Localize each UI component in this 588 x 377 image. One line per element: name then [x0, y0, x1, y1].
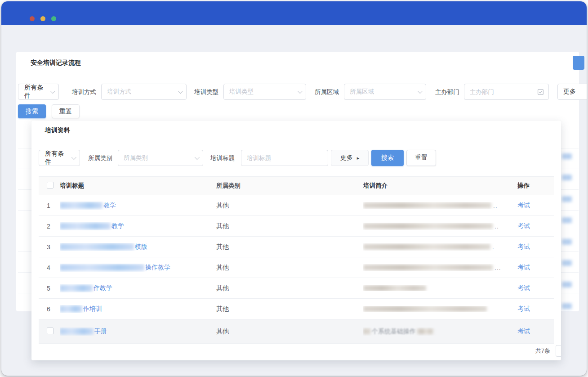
- search-button-outer[interactable]: 搜索: [18, 104, 46, 118]
- chevron-down-icon: [298, 89, 303, 94]
- blurred-intro-text: [363, 328, 370, 334]
- category-placeholder: 所属类别: [124, 154, 148, 162]
- table-row: 1 教学 其他 .. 考试: [39, 195, 554, 216]
- close-window-icon[interactable]: [30, 16, 35, 21]
- filter-label-training-method: 培训方式: [72, 88, 96, 96]
- table-footer: 共7条: [39, 341, 554, 360]
- all-conditions-label: 所有条件: [24, 84, 47, 100]
- training-title-link[interactable]: 教学: [111, 222, 124, 230]
- zoom-window-icon[interactable]: [51, 16, 56, 21]
- column-header-category: 所属类别: [216, 182, 363, 190]
- column-header-action: 操作: [517, 182, 554, 190]
- blurred-intro-text: [363, 265, 493, 270]
- modal-table-body: 1 教学 其他 .. 考试 2 教学 其他 ..: [39, 195, 554, 344]
- category-cell: 其他: [216, 264, 363, 272]
- modal-all-conditions-dropdown[interactable]: 所有条件: [39, 150, 80, 166]
- modal-reset-button[interactable]: 重置: [406, 150, 436, 166]
- blurred-title-text: [60, 305, 82, 312]
- intro-ellipsis: ..: [494, 223, 499, 230]
- training-materials-table: 培训标题 所属类别 培训简介 操作 1 教学 其他 .. 考试 2: [39, 176, 554, 344]
- caret-right-icon: ▸: [357, 155, 360, 161]
- column-header-title: 培训标题: [60, 182, 216, 190]
- blurred-intro-text: [363, 285, 426, 291]
- modal-more-filters-button[interactable]: 更多 ▸: [331, 150, 369, 166]
- blurred-intro-text: [363, 223, 493, 229]
- blurred-link: [562, 175, 572, 180]
- training-materials-modal: 培训资料 所有条件 所属类别 所属类别 培训标题 更多 ▸ 搜索 重置 培训标题…: [31, 121, 561, 360]
- training-title-link[interactable]: 手册: [94, 328, 107, 336]
- page-action-button-cutoff[interactable]: [573, 56, 584, 70]
- reset-button-outer[interactable]: 重置: [52, 104, 80, 118]
- category-cell: 其他: [216, 328, 363, 336]
- window-titlebar: [1, 1, 587, 25]
- category-cell: 其他: [216, 222, 363, 230]
- training-method-placeholder: 培训方式: [107, 88, 131, 96]
- filter-label-host-department: 主办部门: [435, 88, 459, 96]
- blurred-link: [562, 196, 572, 202]
- exam-link[interactable]: 考试: [517, 305, 530, 312]
- category-cell: 其他: [216, 243, 363, 251]
- blurred-title-text: [60, 328, 94, 335]
- table-row: 4 操作教学 其他 ... 考试: [39, 257, 554, 278]
- training-title-link[interactable]: 作教学: [94, 284, 112, 292]
- blurred-intro-text: [417, 328, 433, 334]
- blurred-intro-text: [363, 306, 487, 312]
- row-index: 5: [47, 285, 50, 292]
- category-cell: 其他: [216, 202, 363, 210]
- table-row: 5 作教学 其他 考试: [39, 278, 554, 299]
- chevron-down-icon: [195, 155, 200, 160]
- blurred-intro-text: [363, 202, 491, 208]
- exam-link[interactable]: 考试: [517, 328, 530, 335]
- filter-label-category: 所属类别: [88, 154, 112, 162]
- row-index: 4: [47, 264, 50, 271]
- exam-link[interactable]: 考试: [517, 284, 530, 292]
- minimize-window-icon[interactable]: [40, 16, 45, 21]
- row-index: 2: [47, 223, 50, 230]
- table-row: 手册 其他 个系统基础操作 考试: [39, 319, 554, 344]
- filter-label-training-type: 培训类型: [194, 88, 218, 96]
- pagination-fragment[interactable]: [556, 345, 561, 357]
- blurred-link: [562, 260, 572, 266]
- chevron-down-icon: [418, 89, 423, 94]
- exam-link[interactable]: 考试: [517, 222, 530, 229]
- blurred-link: [562, 239, 572, 245]
- blurred-title-text: [60, 202, 102, 209]
- exam-link[interactable]: 考试: [517, 264, 530, 271]
- exam-link[interactable]: 考试: [517, 202, 530, 209]
- blurred-intro-text: [363, 244, 490, 250]
- column-header-intro: 培训简介: [363, 182, 517, 190]
- host-department-input[interactable]: [470, 89, 537, 95]
- category-cell: 其他: [216, 284, 363, 292]
- intro-ellipsis: .: [492, 243, 494, 251]
- select-all-checkbox[interactable]: [47, 182, 53, 188]
- modal-search-button[interactable]: 搜索: [371, 150, 404, 166]
- exam-link[interactable]: 考试: [517, 243, 530, 250]
- category-select[interactable]: 所属类别: [118, 150, 203, 166]
- more-filters-button-outer[interactable]: 更多 ▸: [557, 84, 587, 100]
- intro-ellipsis: ...: [494, 264, 501, 271]
- category-cell: 其他: [216, 305, 363, 313]
- chevron-down-icon: [71, 155, 76, 160]
- all-conditions-label: 所有条件: [45, 150, 68, 166]
- training-title-link[interactable]: 模版: [135, 243, 147, 251]
- row-index: 1: [47, 202, 50, 209]
- training-type-select[interactable]: 培训类型: [223, 84, 306, 100]
- select-check-icon[interactable]: [537, 89, 544, 95]
- all-conditions-dropdown[interactable]: 所有条件: [18, 84, 59, 100]
- chevron-down-icon: [50, 89, 55, 94]
- training-title-input[interactable]: [247, 155, 323, 162]
- training-type-placeholder: 培训类型: [229, 88, 254, 96]
- table-row: 6 作培训 其他 考试: [39, 299, 554, 319]
- intro-fragment: 个系统基础操作: [372, 328, 416, 336]
- table-row: 2 教学 其他 .. 考试: [39, 216, 554, 237]
- table-header-row: 培训标题 所属类别 培训简介 操作: [39, 176, 554, 195]
- region-select[interactable]: 所属区域: [344, 84, 426, 100]
- host-department-field: [464, 84, 549, 100]
- training-method-select[interactable]: 培训方式: [101, 84, 187, 100]
- training-title-link[interactable]: 操作教学: [145, 264, 170, 272]
- filter-label-training-title: 培训标题: [210, 154, 235, 162]
- blurred-title-text: [60, 264, 144, 271]
- row-checkbox[interactable]: [47, 328, 53, 334]
- training-title-link[interactable]: 教学: [103, 202, 116, 210]
- training-title-link[interactable]: 作培训: [83, 305, 102, 313]
